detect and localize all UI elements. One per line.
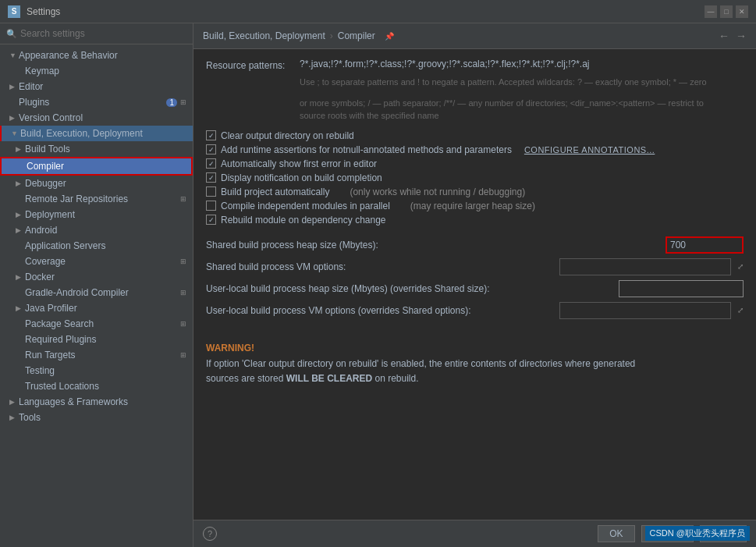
sidebar-item-label: Keymap [25, 66, 186, 76]
sidebar-item-label: Version Control [19, 112, 186, 123]
hint-line2: or more symbols; / — path separator; /**… [300, 97, 744, 110]
sidebar-item-version-control[interactable]: ▶ Version Control [0, 110, 193, 126]
back-button[interactable]: ← [719, 30, 729, 42]
sidebar-item-editor[interactable]: ▶ Editor [0, 79, 193, 94]
user-heap-input[interactable] [619, 280, 744, 297]
shared-vm-row: Shared build process VM options: ⤢ [206, 258, 744, 275]
warning-title: WARNING! [206, 343, 744, 353]
sidebar-item-languages[interactable]: ▶ Languages & Frameworks [0, 394, 193, 410]
user-vm-row: User-local build process VM options (ove… [206, 302, 744, 319]
add-runtime-checkbox[interactable] [206, 144, 216, 155]
rebuild-module-checkbox[interactable] [206, 215, 216, 225]
sidebar-item-package-search[interactable]: Package Search ⊞ [0, 316, 193, 332]
shared-heap-input[interactable] [665, 236, 744, 254]
sidebar-item-label: Remote Jar Repositories [25, 194, 177, 204]
resource-patterns-row: Resource patterns: ?*.java;!?*.form;!?*.… [206, 59, 744, 71]
sidebar-item-label: Gradle-Android Compiler [25, 287, 177, 298]
breadcrumb-separator: › [330, 30, 333, 41]
sidebar-item-tools[interactable]: ▶ Tools [0, 410, 193, 425]
sidebar-item-android[interactable]: ▶ Android [0, 222, 193, 238]
sidebar-item-label: Package Search [25, 318, 177, 329]
content-body: Resource patterns: ?*.java;!?*.form;!?*.… [193, 49, 756, 520]
arrow-icon: ▼ [11, 130, 20, 137]
content-header: Build, Execution, Deployment › Compiler … [193, 23, 756, 49]
breadcrumb-part2: Compiler [338, 30, 375, 41]
title-bar-controls: — □ ✕ [705, 5, 748, 18]
shared-vm-label: Shared build process VM options: [206, 261, 346, 272]
configure-annotations-link[interactable]: CONFIGURE ANNOTATIONS... [524, 145, 655, 155]
sidebar-item-plugins[interactable]: Plugins 1 ⊞ [0, 94, 193, 110]
sidebar-item-compiler[interactable]: Compiler [0, 157, 193, 176]
ok-button[interactable]: OK [598, 525, 634, 542]
arrow-icon: ▶ [16, 226, 25, 234]
build-auto-note: (only works while not running / debuggin… [350, 186, 525, 197]
sidebar-item-coverage[interactable]: Coverage ⊞ [0, 254, 193, 269]
sidebar-item-label: Run Targets [25, 350, 177, 361]
pin-icon: 📌 [385, 32, 394, 41]
clear-output-checkbox[interactable] [206, 130, 216, 140]
sidebar-item-run-targets[interactable]: Run Targets ⊞ [0, 347, 193, 363]
sidebar-item-gradle-android[interactable]: Gradle-Android Compiler ⊞ [0, 285, 193, 300]
arrow-icon: ▼ [9, 52, 19, 59]
shared-heap-input-container [665, 236, 744, 254]
warning-text-line1: If option 'Clear output directory on reb… [206, 358, 635, 369]
close-button[interactable]: ✕ [736, 5, 748, 18]
sidebar: 🔍 ▼ Appearance & Behavior Keymap ▶ Edito… [0, 23, 193, 547]
compile-parallel-checkbox[interactable] [206, 201, 216, 211]
compile-parallel-label: Compile independent modules in parallel [221, 201, 390, 211]
expand-user-vm-icon[interactable]: ⤢ [737, 306, 744, 314]
sidebar-item-app-servers[interactable]: Application Servers [0, 238, 193, 254]
shared-heap-row: Shared build process heap size (Mbytes): [206, 236, 744, 254]
user-vm-input[interactable] [559, 302, 731, 319]
sidebar-item-keymap[interactable]: Keymap [0, 63, 193, 79]
sidebar-item-build-exec[interactable]: ▼ Build, Execution, Deployment [0, 126, 193, 141]
sidebar-item-appearance[interactable]: ▼ Appearance & Behavior [0, 48, 193, 63]
display-notification-checkbox[interactable] [206, 172, 216, 183]
sidebar-item-docker[interactable]: ▶ Docker [0, 269, 193, 285]
app-icon: S [8, 5, 20, 18]
arrow-icon: ▶ [16, 304, 25, 312]
content-area: Build, Execution, Deployment › Compiler … [193, 23, 756, 547]
sidebar-item-label: Coverage [25, 256, 177, 267]
expand-icon: ⊞ [180, 195, 186, 203]
arrow-icon: ▶ [9, 398, 19, 406]
sidebar-item-label: Build Tools [25, 144, 186, 155]
sidebar-item-label: Languages & Frameworks [19, 396, 186, 407]
user-heap-row: User-local build process heap size (Mbyt… [206, 280, 744, 297]
sidebar-item-build-tools[interactable]: ▶ Build Tools [0, 141, 193, 157]
arrow-icon: ▶ [16, 145, 25, 153]
option-clear-output: Clear output directory on rebuild [206, 130, 744, 141]
build-auto-checkbox[interactable] [206, 186, 216, 197]
shared-vm-input[interactable] [559, 258, 731, 275]
sidebar-item-testing[interactable]: Testing [0, 363, 193, 378]
sidebar-item-label: Java Profiler [25, 303, 186, 314]
sidebar-item-label: Plugins [19, 97, 163, 108]
auto-show-error-checkbox[interactable] [206, 158, 216, 169]
user-heap-input-container [619, 280, 744, 297]
sidebar-item-trusted-locations[interactable]: Trusted Locations [0, 378, 193, 394]
minimize-button[interactable]: — [705, 5, 717, 18]
sidebar-item-label: Required Plugins [25, 334, 186, 345]
clear-output-label: Clear output directory on rebuild [221, 130, 354, 141]
user-vm-label: User-local build process VM options (ove… [206, 305, 471, 316]
search-input[interactable] [20, 28, 186, 39]
sidebar-item-java-profiler[interactable]: ▶ Java Profiler [0, 300, 193, 316]
sidebar-item-required-plugins[interactable]: Required Plugins [0, 332, 193, 347]
user-vm-input-container: ⤢ [559, 302, 744, 319]
sidebar-item-remote-jar[interactable]: Remote Jar Repositories ⊞ [0, 191, 193, 207]
title-bar-text: Settings [27, 6, 60, 17]
sidebar-item-deployment[interactable]: ▶ Deployment [0, 207, 193, 222]
warning-text-line2: sources are stored WILL BE CLEARED on re… [206, 373, 419, 384]
search-bar: 🔍 [0, 23, 193, 44]
option-build-auto: Build project automatically (only works … [206, 186, 744, 197]
sidebar-tree: ▼ Appearance & Behavior Keymap ▶ Editor … [0, 44, 193, 547]
sidebar-item-label: Debugger [25, 178, 186, 189]
build-auto-label: Build project automatically [221, 186, 329, 197]
sidebar-item-label: Appearance & Behavior [19, 50, 186, 61]
expand-vm-icon[interactable]: ⤢ [737, 262, 744, 271]
forward-button[interactable]: → [736, 30, 747, 42]
sidebar-item-debugger[interactable]: ▶ Debugger [0, 176, 193, 191]
maximize-button[interactable]: □ [720, 5, 733, 18]
help-button[interactable]: ? [203, 527, 217, 541]
arrow-icon: ▶ [16, 179, 25, 187]
